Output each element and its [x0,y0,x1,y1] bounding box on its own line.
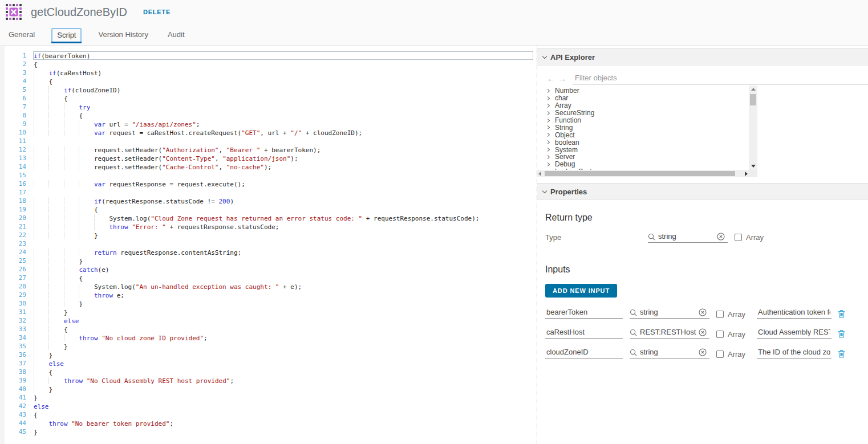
add-new-input-button[interactable]: ADD NEW INPUT [545,284,617,298]
scroll-left-arrow-icon[interactable] [538,172,541,176]
tree-item-system[interactable]: System [545,146,749,153]
input-type-field[interactable] [630,348,709,359]
input-description-field[interactable] [757,308,832,319]
properties-header[interactable]: Properties [537,183,868,200]
code-line[interactable]: 16var requestResponse = request.execute(… [0,180,537,188]
code-line[interactable]: 28System.log("An un-handled exception wa… [0,282,537,291]
return-array-checkbox[interactable] [735,234,742,241]
tab-audit[interactable]: Audit [165,30,188,39]
tree-item-boolean[interactable]: boolean [545,139,749,146]
back-arrow-button[interactable]: ← [545,74,557,83]
input-description-field[interactable] [757,348,832,359]
code-line[interactable]: 29throw e; [0,291,537,299]
code-line[interactable]: 18if(requestResponse.statusCode != 200) [0,197,537,205]
code-line[interactable]: 5if(cloudZoneID) [0,85,537,94]
api-explorer-header[interactable]: API Explorer [537,48,868,66]
code-line[interactable]: 15 [0,171,537,180]
input-type-input[interactable] [640,308,696,316]
tree-item-array[interactable]: Array [545,102,749,109]
clear-type-button[interactable] [699,328,709,336]
code-line[interactable]: 40} [0,385,537,393]
code-line[interactable]: 43{ [0,410,537,419]
horizontal-scrollbar[interactable] [537,170,749,177]
code-line[interactable]: 27{ [0,274,537,282]
input-name-field[interactable] [545,328,623,339]
code-line[interactable]: 12request.setHeader("Authorization", "Be… [0,145,537,154]
code-line[interactable]: 34throw "No cloud zone ID provided"; [0,333,537,342]
code-line[interactable]: 36} [0,351,537,359]
clear-type-button[interactable] [699,308,709,316]
delete-input-button[interactable] [838,349,845,358]
clear-type-button[interactable] [699,348,709,356]
code-line[interactable]: 41} [0,393,537,402]
tab-script[interactable]: Script [51,28,82,43]
code-line[interactable]: 38{ [0,368,537,376]
code-line[interactable]: 25} [0,256,537,265]
tree-item-server[interactable]: Server [545,153,749,161]
code-line[interactable]: 6{ [0,94,537,103]
code-line[interactable]: 23 [0,239,537,248]
code-line[interactable]: 42else [0,402,537,410]
code-line[interactable]: 7try [0,103,537,111]
delete-input-button[interactable] [838,309,845,318]
return-type-field[interactable] [648,232,728,243]
input-name-field[interactable] [545,308,623,319]
delete-button[interactable]: DELETE [143,9,171,15]
code-line[interactable]: 37else [0,359,537,368]
tree-item-securestring[interactable]: SecureString [545,109,749,117]
clear-type-button[interactable] [717,233,728,241]
return-type-input[interactable] [658,232,715,241]
code-line[interactable]: 2{ [0,60,537,68]
code-line[interactable]: 13request.setHeader("Content-Type", "app… [0,154,537,162]
tab-version-history[interactable]: Version History [95,30,151,39]
code-line[interactable]: 33{ [0,325,537,333]
code-line[interactable]: 20System.log("Cloud Zone request has ret… [0,214,537,222]
input-array-checkbox[interactable] [716,311,724,318]
script-code-editor[interactable]: 1if(bearerToken)2{3if(caRestHost)4{5if(c… [0,46,537,444]
input-array-checkbox[interactable] [716,351,724,358]
tree-item-function[interactable]: Function [545,117,749,124]
input-type-field[interactable] [630,328,709,339]
input-type-input[interactable] [640,348,696,356]
scroll-right-arrow-icon[interactable] [745,172,748,176]
code-line[interactable]: 32else [0,316,537,325]
code-line[interactable]: 31} [0,308,537,316]
tree-item-debug[interactable]: Debug [545,161,749,168]
vertical-scrollbar[interactable] [749,85,757,170]
scroll-up-arrow-icon[interactable] [751,88,756,91]
code-line[interactable]: 26catch(e) [0,265,537,274]
code-line[interactable]: 1if(bearerToken) [0,51,537,60]
forward-arrow-button[interactable]: → [557,74,568,83]
tree-item-object[interactable]: Object [545,131,749,139]
input-type-input[interactable] [640,328,696,336]
code-line[interactable]: 10var request = caRestHost.createRequest… [0,128,537,137]
code-line[interactable]: 4{ [0,77,537,85]
scroll-down-arrow-icon[interactable] [751,165,756,168]
code-line[interactable]: 9var url = "/iaas/api/zones"; [0,120,537,128]
code-line[interactable]: 14request.setHeader("Cache-Control", "no… [0,162,537,171]
tree-item-string[interactable]: String [545,124,749,131]
code-line[interactable]: 19{ [0,205,537,214]
input-description-field[interactable] [757,328,832,339]
tab-general[interactable]: General [6,30,38,39]
code-line[interactable]: 45} [0,427,537,436]
input-array-checkbox[interactable] [716,331,724,338]
code-line[interactable]: 8{ [0,111,537,120]
code-line[interactable]: 39throw "No Cloud Assembly REST host pro… [0,376,537,385]
filter-objects-input[interactable] [573,72,868,84]
code-line[interactable]: 11 [0,137,537,145]
delete-input-button[interactable] [838,329,845,338]
tree-item-number[interactable]: Number [545,87,749,95]
input-name-field[interactable] [545,348,623,359]
code-line[interactable]: 35} [0,342,537,351]
code-line[interactable]: 24return requestResponse.contentAsString… [0,248,537,256]
code-line[interactable]: 44throw "No bearer token provided"; [0,419,537,427]
tree-item-char[interactable]: char [545,95,749,102]
code-line[interactable]: 22} [0,231,537,239]
code-line[interactable]: 3if(caRestHost) [0,68,537,77]
vertical-scroll-thumb[interactable] [750,94,756,105]
horizontal-scroll-thumb[interactable] [545,171,735,176]
code-line[interactable]: 30} [0,299,537,308]
input-type-field[interactable] [630,308,709,319]
code-line[interactable]: 17 [0,188,537,197]
